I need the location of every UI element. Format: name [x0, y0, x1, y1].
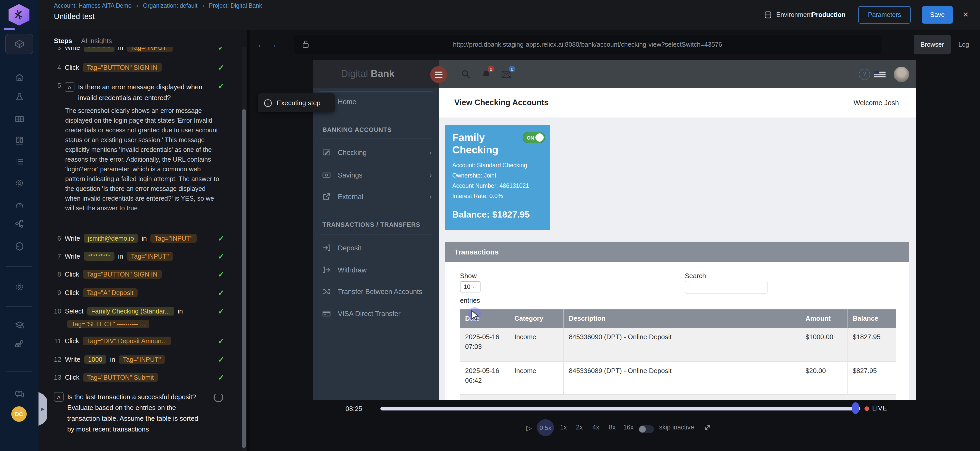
sidebar-item-transfer[interactable]: Transfer Between Accounts	[313, 284, 439, 299]
assertion-text: Is there an error message displayed when…	[78, 82, 218, 103]
speed-8x[interactable]: 8x	[609, 424, 616, 431]
active-module-indicator	[3, 28, 15, 30]
speed-2x[interactable]: 2x	[576, 424, 583, 431]
sidebar-item-visa-transfer[interactable]: VISA Direct Transfer	[313, 306, 439, 321]
step-running-spinner-icon	[213, 392, 223, 402]
step-row-9[interactable]: 9 Click Tag="A" Deposit ✓	[54, 288, 232, 297]
checking-pencil-icon	[322, 148, 331, 157]
parameters-button[interactable]: Parameters	[858, 6, 911, 24]
step-row-3[interactable]: 3 Write ********* in Tag="INPUT" ✓	[54, 47, 232, 52]
expand-icon[interactable]	[704, 424, 711, 431]
bank-user-avatar[interactable]	[894, 67, 909, 82]
col-category[interactable]: Category	[509, 310, 564, 328]
step-row-11[interactable]: 11 Click Tag="DIV" Deposit Amoun... ✓	[54, 337, 232, 345]
brand-bank: Bank	[371, 68, 395, 79]
list-icon[interactable]	[14, 156, 25, 167]
org-settings-icon[interactable]	[14, 338, 25, 349]
browser-forward-icon[interactable]: →	[269, 40, 277, 49]
steps-scrollbar-thumb[interactable]	[242, 109, 246, 448]
step-row-7[interactable]: 7 Write ********* in Tag="INPUT" ✓	[54, 252, 232, 260]
executing-step-toast: Executing step	[258, 94, 335, 112]
mail-badge: 0	[509, 66, 515, 72]
settings-gear-icon[interactable]	[14, 281, 25, 292]
skip-inactive-toggle[interactable]	[639, 426, 654, 433]
url-text: http://prod.dbank.staging-apps.relicx.ai…	[294, 41, 881, 48]
help-headset-icon[interactable]: ?	[14, 200, 25, 211]
close-icon[interactable]: ✕	[963, 11, 969, 19]
lab-flask-icon[interactable]	[14, 91, 25, 103]
step-row-12[interactable]: 12 Write 1000 in Tag="INPUT" ✓	[54, 355, 232, 364]
environments-icon[interactable]	[14, 135, 25, 146]
col-date[interactable]: Date	[460, 310, 509, 328]
timeline-track[interactable]	[380, 407, 861, 410]
play-button[interactable]: ▷	[526, 424, 532, 432]
sidebar-item-withdraw[interactable]: Withdraw	[313, 262, 439, 278]
save-button[interactable]: Save	[922, 6, 953, 24]
step-row-13[interactable]: 13 Click Tag="BUTTON" Submit ✓	[54, 373, 232, 382]
live-dot	[864, 407, 869, 411]
step-success-icon: ✓	[218, 288, 224, 298]
mail-icon[interactable]	[501, 71, 511, 78]
tab-log[interactable]: Log	[958, 35, 969, 54]
breadcrumb: Account: Harness AITA Demo › Organizatio…	[54, 3, 262, 9]
entries-select[interactable]: 10 ⌄	[460, 281, 480, 292]
layers-settings-icon[interactable]	[14, 319, 25, 330]
breadcrumb-organization[interactable]: Organization: default	[143, 3, 197, 9]
language-flag-icon[interactable]	[874, 71, 886, 78]
bank-page-title: View Checking Accounts	[454, 98, 549, 107]
account-toggle[interactable]: ON	[523, 132, 545, 143]
tab-browser[interactable]: Browser	[914, 35, 951, 54]
chaos-infinity-icon[interactable]: ∞	[14, 241, 25, 252]
speed-1x[interactable]: 1x	[560, 424, 567, 431]
tab-ai-insights[interactable]: AI insights	[81, 37, 112, 44]
table-row: 2025-05-1606:42 Income 845336089 (DPT) -…	[460, 361, 896, 394]
speed-16x[interactable]: 16x	[623, 424, 633, 431]
col-description[interactable]: Description	[564, 310, 800, 328]
step-row-4[interactable]: 4 Click Tag="BUTTON" SIGN IN ✓	[54, 63, 232, 72]
sidebar-item-external[interactable]: External ›	[313, 189, 439, 204]
step-selector-chip: Tag="BUTTON" SIGN IN	[83, 63, 161, 72]
cube-module-icon[interactable]	[14, 38, 25, 50]
environment-label: Environment	[776, 11, 812, 19]
sidebar-item-checking[interactable]: Checking ›	[313, 145, 439, 160]
tab-steps[interactable]: Steps	[54, 37, 72, 44]
help-icon[interactable]: ?	[859, 69, 870, 80]
brand-digital: Digital	[341, 68, 368, 79]
search-icon[interactable]	[461, 70, 470, 78]
chevron-down-icon: ⌄	[473, 284, 476, 289]
home-icon[interactable]	[14, 72, 25, 83]
step-row-5[interactable]: 5 A Is there an error message displayed …	[54, 82, 232, 103]
url-bar[interactable]: http://prod.dbank.staging-apps.relicx.ai…	[294, 35, 881, 54]
step-row-6[interactable]: 6 Write jsmith@demo.io in Tag="INPUT" ✓	[54, 234, 232, 243]
sidebar-item-savings[interactable]: Savings ›	[313, 167, 439, 183]
step-selector-chip: Tag="INPUT"	[150, 234, 197, 243]
user-avatar[interactable]: DC	[11, 407, 27, 422]
step-success-icon: ✓	[218, 373, 224, 382]
bank-topbar: 0 0 ?	[439, 60, 916, 88]
speed-0-5x[interactable]: 0.5x	[537, 419, 554, 436]
col-balance[interactable]: Balance	[848, 310, 896, 328]
step-row-10[interactable]: 10 Select Family Checking (Standar... in…	[54, 307, 232, 316]
chat-help-icon[interactable]: ?	[14, 388, 25, 400]
search-label: Search:	[685, 272, 708, 279]
step-row-10-selector[interactable]: Tag="SELECT" ---------- ...	[67, 320, 245, 329]
sidebar-item-deposit[interactable]: Deposit	[313, 240, 439, 256]
step-selector-chip: Tag="INPUT"	[119, 355, 165, 364]
step-row-8[interactable]: 8 Click Tag="BUTTON" SIGN IN ✓	[54, 270, 232, 279]
browser-back-icon[interactable]: ←	[257, 40, 265, 49]
transactions-body: Show 10 ⌄ entries Search: Date	[445, 262, 909, 400]
table-grid-icon[interactable]	[14, 113, 25, 125]
gear-icon[interactable]	[14, 178, 25, 189]
search-input[interactable]	[685, 281, 767, 294]
pipeline-icon[interactable]	[14, 218, 25, 229]
step-success-icon: ✓	[218, 355, 224, 364]
breadcrumb-project[interactable]: Project: Digital Bank	[209, 3, 262, 9]
menu-toggle-icon[interactable]	[430, 66, 447, 83]
step-row-final-assertion[interactable]: A Is the last transaction a successful d…	[54, 391, 232, 435]
card-icon	[322, 310, 331, 318]
timeline-scrubber[interactable]	[852, 402, 859, 414]
speed-4x[interactable]: 4x	[592, 424, 599, 431]
col-amount[interactable]: Amount	[800, 310, 848, 328]
browser-viewport: Digital Bank 0 0 ?	[250, 60, 980, 400]
breadcrumb-account[interactable]: Account: Harness AITA Demo	[54, 3, 132, 9]
